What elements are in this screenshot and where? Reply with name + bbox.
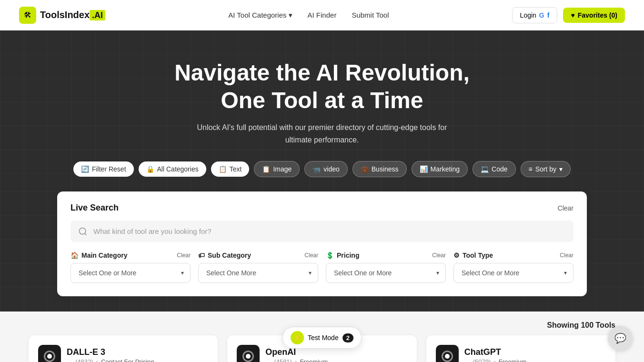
pricing-select-wrap: Select One or More ▾ bbox=[326, 263, 446, 283]
header-actions: Login G f ♥ Favorites (0) bbox=[512, 7, 625, 23]
card-logo bbox=[38, 345, 61, 362]
search-input[interactable] bbox=[70, 221, 574, 242]
card-meta: ♡ (4581) • Freemium bbox=[265, 358, 328, 362]
sub-category-icon: 🏷 bbox=[198, 251, 205, 259]
sub-category-label-row: 🏷 Sub Category Clear bbox=[198, 251, 318, 259]
heart-icon: ♡ bbox=[464, 358, 470, 362]
tool-card-dalle3[interactable]: DALL-E 3 ♡ (4832) • Contact For Pricing … bbox=[29, 335, 218, 362]
search-icon bbox=[78, 227, 88, 236]
sort-icon: ≡ bbox=[529, 165, 533, 173]
heart-count: (4832) bbox=[75, 358, 93, 362]
heart-icon: ♥ bbox=[571, 11, 574, 19]
pricing-icon: 💲 bbox=[326, 251, 334, 259]
dot: • bbox=[295, 358, 297, 362]
google-icon: G bbox=[539, 11, 544, 19]
main-nav: AI Tool Categories ▾ AI Finder Submit To… bbox=[228, 11, 389, 20]
video-icon: 📹 bbox=[312, 165, 321, 173]
login-button[interactable]: Login G f bbox=[512, 7, 558, 23]
svg-point-2 bbox=[246, 354, 251, 359]
main-category-filter: 🏠 Main Category Clear Select One or More… bbox=[70, 251, 191, 283]
search-panel: Live Search Clear 🏠 Main Category Clear bbox=[57, 191, 587, 296]
video-pill[interactable]: 📹 video bbox=[304, 161, 347, 177]
logo-icon: 🛠 bbox=[19, 7, 36, 24]
heart-count: (4581) bbox=[274, 358, 292, 362]
svg-point-3 bbox=[445, 354, 450, 359]
facebook-icon: f bbox=[547, 11, 550, 19]
card-logo bbox=[237, 345, 260, 362]
tool-type-select-wrap: Select One or More ▾ bbox=[453, 263, 574, 283]
logo[interactable]: 🛠 ToolsIndex.AI bbox=[19, 7, 105, 24]
sub-category-select-wrap: Select One More ▾ bbox=[198, 263, 318, 283]
sort-chevron-icon: ▾ bbox=[559, 165, 563, 173]
test-mode-number: 2 bbox=[342, 333, 353, 342]
svg-point-0 bbox=[80, 228, 86, 234]
code-pill[interactable]: 💻 Code bbox=[473, 161, 515, 177]
text-pill[interactable]: 📋 Text bbox=[211, 161, 250, 177]
pricing-clear[interactable]: Clear bbox=[432, 252, 446, 259]
dot: • bbox=[493, 358, 496, 362]
search-input-wrap bbox=[70, 221, 574, 242]
card-header: DALL-E 3 ♡ (4832) • Contact For Pricing bbox=[38, 345, 208, 362]
main-category-label: Main Category bbox=[81, 251, 127, 259]
pricing-badge: Freemium bbox=[300, 358, 328, 362]
card-meta: ♡ (4832) • Contact For Pricing bbox=[67, 358, 154, 362]
svg-point-1 bbox=[47, 354, 52, 359]
dot: • bbox=[96, 358, 99, 362]
business-pill[interactable]: 💼 Business bbox=[352, 161, 407, 177]
logo-text: ToolsIndex.AI bbox=[40, 10, 105, 20]
pricing-label: Pricing bbox=[337, 251, 359, 259]
heart-count: (5079) bbox=[473, 358, 491, 362]
header: 🛠 ToolsIndex.AI AI Tool Categories ▾ AI … bbox=[0, 0, 644, 30]
pricing-select[interactable]: Select One or More bbox=[326, 263, 446, 283]
sort-by-pill[interactable]: ≡ Sort by ▾ bbox=[521, 161, 571, 177]
main-category-select-wrap: Select One or More ▾ bbox=[70, 263, 191, 283]
sub-category-filter: 🏷 Sub Category Clear Select One More ▾ bbox=[198, 251, 318, 283]
search-title: Live Search bbox=[70, 203, 119, 213]
card-header: ChatGPT ♡ (5079) • Freemium bbox=[436, 345, 606, 362]
heart-icon: ♡ bbox=[67, 358, 72, 362]
heart-icon: ♡ bbox=[265, 358, 271, 362]
favorites-button[interactable]: ♥ Favorites (0) bbox=[563, 8, 625, 23]
image-icon: 📋 bbox=[262, 165, 270, 173]
all-categories-icon: 🔒 bbox=[146, 165, 154, 173]
nav-submit-tool[interactable]: Submit Tool bbox=[352, 11, 389, 19]
filter-reset-pill[interactable]: 🔄 Filter Reset bbox=[73, 161, 134, 177]
card-logo bbox=[436, 345, 459, 362]
tool-card-chatgpt[interactable]: ChatGPT ♡ (5079) • Freemium Empower Poss… bbox=[426, 335, 615, 362]
sub-category-clear[interactable]: Clear bbox=[304, 252, 318, 259]
sub-category-label: Sub Category bbox=[208, 251, 251, 259]
pricing-label-row: 💲 Pricing Clear bbox=[326, 251, 446, 259]
filter-pills: 🔄 Filter Reset 🔒 All Categories 📋 Text 📋… bbox=[19, 161, 625, 177]
test-badge-icon: ⚡ bbox=[291, 331, 304, 344]
reset-icon: 🔄 bbox=[81, 165, 89, 173]
code-icon: 💻 bbox=[481, 165, 489, 173]
nav-ai-tool-categories[interactable]: AI Tool Categories ▾ bbox=[228, 11, 292, 20]
sub-category-select[interactable]: Select One More bbox=[198, 263, 318, 283]
all-categories-pill[interactable]: 🔒 All Categories bbox=[139, 161, 206, 177]
tool-type-icon: ⚙ bbox=[453, 251, 460, 259]
tool-type-select[interactable]: Select One or More bbox=[453, 263, 574, 283]
marketing-icon: 📊 bbox=[420, 165, 428, 173]
tool-type-clear[interactable]: Clear bbox=[560, 252, 574, 259]
tool-type-label: Tool Type bbox=[463, 251, 493, 259]
marketing-pill[interactable]: 📊 Marketing bbox=[412, 161, 468, 177]
test-mode-badge[interactable]: ⚡ Test Mode 2 bbox=[282, 327, 362, 349]
main-category-clear[interactable]: Clear bbox=[177, 252, 191, 259]
search-header: Live Search Clear bbox=[70, 203, 574, 213]
chevron-down-icon: ▾ bbox=[289, 11, 292, 20]
pricing-filter: 💲 Pricing Clear Select One or More ▾ bbox=[326, 251, 446, 283]
main-category-select[interactable]: Select One or More bbox=[70, 263, 191, 283]
tool-type-label-row: ⚙ Tool Type Clear bbox=[453, 251, 574, 259]
business-icon: 💼 bbox=[361, 165, 369, 173]
chat-bubble[interactable]: 💬 bbox=[608, 326, 633, 351]
results-count: Showing 100 Tools bbox=[547, 321, 615, 330]
search-clear-button[interactable]: Clear bbox=[558, 204, 574, 212]
hero-title: Navigate the AI Revolution, One Tool at … bbox=[19, 59, 625, 114]
card-meta: ♡ (5079) • Freemium bbox=[464, 358, 527, 362]
nav-ai-finder[interactable]: AI Finder bbox=[308, 11, 337, 19]
main-category-icon: 🏠 bbox=[70, 251, 79, 259]
card-title: ChatGPT bbox=[464, 347, 527, 357]
card-title: OpenAI bbox=[265, 347, 328, 357]
image-pill[interactable]: 📋 Image bbox=[254, 161, 300, 177]
test-mode-label: Test Mode bbox=[308, 334, 339, 342]
